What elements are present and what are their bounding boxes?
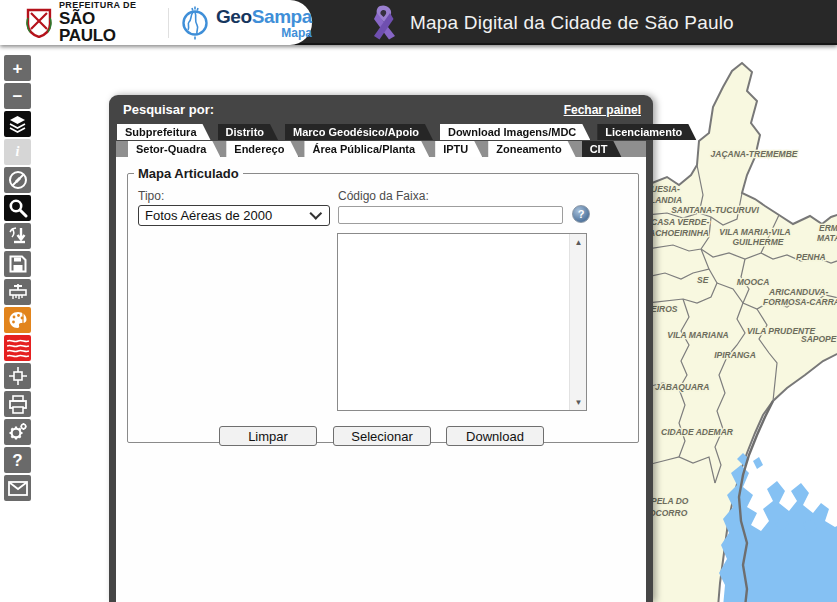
download-layer-button[interactable] <box>4 223 31 249</box>
svg-text:CASA VERDE-: CASA VERDE- <box>653 217 709 227</box>
scroll-down-icon[interactable]: ▼ <box>570 394 587 410</box>
help-ball-icon[interactable]: ? <box>572 205 590 223</box>
svg-text:OCORRO: OCORRO <box>653 508 688 518</box>
prefeitura-logo[interactable]: PREFEITURA DE SÃO PAULO <box>26 1 156 44</box>
logo-divider <box>168 8 169 38</box>
info-icon: i <box>16 145 20 159</box>
crosshair-button[interactable] <box>4 363 31 389</box>
close-panel-link[interactable]: Fechar painel <box>564 103 641 117</box>
codigo-da-faixa-input[interactable] <box>338 206 563 224</box>
panel-content: Mapa Articulado Tipo: Fotos Aéreas de 20… <box>116 157 646 602</box>
tab-cit[interactable]: CIT <box>582 141 622 157</box>
measure-icon <box>8 282 28 302</box>
listbox-scrollbar[interactable]: ▲ ▼ <box>569 234 586 410</box>
svg-text:ACHOEIRINHA: ACHOEIRINHA <box>653 228 709 238</box>
map-toolbar: + − i <box>4 55 31 503</box>
svg-text:VILA MARIA-VILA: VILA MARIA-VILA <box>719 227 790 237</box>
tabs-row-1: Subprefeitura Distrito Marco Geodésico/A… <box>116 124 646 140</box>
contact-button[interactable] <box>4 475 31 501</box>
palette-icon <box>8 310 28 330</box>
help-icon: ? <box>12 452 22 469</box>
zoom-out-button[interactable]: − <box>4 83 31 109</box>
fieldset-legend: Mapa Articulado <box>134 166 243 181</box>
prefeitura-shield-icon <box>26 8 52 38</box>
tipo-select-value: Fotos Aéreas de 2000 <box>145 208 272 223</box>
search-panel: Pesquisar por: Fechar painel Subprefeitu… <box>109 95 653 602</box>
svg-text:FORMOSA-CARRA: FORMOSA-CARRA <box>763 297 837 307</box>
chevron-down-icon <box>309 207 322 220</box>
contour-lines-button[interactable] <box>4 335 31 361</box>
download-layer-icon <box>8 226 28 246</box>
tab-download-imagens-mdc[interactable]: Download Imagens/MDC <box>440 124 590 140</box>
svg-text:PENHA: PENHA <box>796 252 826 262</box>
info-button[interactable]: i <box>4 139 31 165</box>
layers-icon <box>8 115 27 133</box>
zoom-out-icon: − <box>13 88 23 105</box>
zoom-in-button[interactable]: + <box>4 55 31 81</box>
tab-marco-geodesico[interactable]: Marco Geodésico/Apoio <box>285 124 433 140</box>
tabs-row-2: Setor-Quadra Endereço Área Pública/Plant… <box>116 141 646 157</box>
help-button[interactable]: ? <box>4 447 31 473</box>
search-panel-header: Pesquisar por: Fechar painel <box>109 95 653 124</box>
tab-licenciamento[interactable]: Licenciamento <box>597 124 696 140</box>
geosampa-app: JAÇANA-TREMEMBE UESIA- LANDIA SANTANA-TU… <box>0 0 837 602</box>
restricted-tool-button[interactable] <box>4 167 31 193</box>
svg-text:SE: SE <box>697 275 709 285</box>
print-icon <box>8 395 28 414</box>
svg-text:VILA MARIANA: VILA MARIANA <box>667 330 729 340</box>
awareness-ribbon-icon <box>366 4 402 46</box>
scroll-up-icon[interactable]: ▲ <box>570 234 587 250</box>
prefeitura-wordmark: PREFEITURA DE SÃO PAULO <box>59 1 156 44</box>
print-button[interactable] <box>4 391 31 417</box>
svg-text:LANDIA: LANDIA <box>653 195 682 205</box>
restricted-icon <box>8 170 28 190</box>
header: PREFEITURA DE SÃO PAULO GeoSampa Mapa <box>0 0 837 45</box>
page-title: Mapa Digital da Cidade de São Paulo <box>410 0 734 45</box>
tab-endereco[interactable]: Endereço <box>226 141 298 157</box>
faixa-listbox[interactable]: ▲ ▼ <box>337 233 587 411</box>
svg-text:ARICANDUVA-: ARICANDUVA- <box>768 287 829 297</box>
svg-text:MATA: MATA <box>817 233 837 243</box>
logo-area: PREFEITURA DE SÃO PAULO GeoSampa Mapa <box>0 0 312 45</box>
geosampa-globe-icon <box>179 5 211 41</box>
svg-text:CIDADE ADEMAR: CIDADE ADEMAR <box>661 427 734 437</box>
tipo-select[interactable]: Fotos Aéreas de 2000 <box>138 205 330 226</box>
layers-button[interactable] <box>4 111 31 137</box>
geosampa-wordmark: GeoSampa Mapa <box>216 7 312 39</box>
zoom-in-icon: + <box>13 60 23 77</box>
svg-text:SANTANA-TUCURUVI: SANTANA-TUCURUVI <box>671 205 759 215</box>
tab-subprefeitura[interactable]: Subprefeitura <box>117 124 211 140</box>
tab-setor-quadra[interactable]: Setor-Quadra <box>128 141 220 157</box>
tab-area-publica-planta[interactable]: Área Pública/Planta <box>304 141 429 157</box>
limpar-button[interactable]: Limpar <box>219 426 317 446</box>
tab-distrito[interactable]: Distrito <box>218 124 279 140</box>
measure-button[interactable] <box>4 279 31 305</box>
svg-text:MOOCA: MOOCA <box>737 277 770 287</box>
svg-text:SAPOPE: SAPOPE <box>801 334 837 344</box>
geosampa-sampa: Sampa <box>252 6 312 27</box>
palette-button[interactable] <box>4 307 31 333</box>
download-button[interactable]: Download <box>446 426 544 446</box>
prefeitura-line2: SÃO PAULO <box>59 10 156 44</box>
contour-lines-icon <box>7 338 29 358</box>
geosampa-mapa: Mapa <box>216 27 312 39</box>
save-button[interactable] <box>4 251 31 277</box>
svg-text:UESIA-: UESIA- <box>653 184 680 194</box>
svg-text:ERM: ERM <box>819 223 837 233</box>
crosshair-icon <box>8 366 28 386</box>
contact-icon <box>8 481 28 496</box>
water-body <box>719 453 837 602</box>
search-icon <box>8 198 28 218</box>
svg-text:GUILHERME: GUILHERME <box>733 237 784 247</box>
tab-zoneamento[interactable]: Zoneamento <box>488 141 575 157</box>
settings-button[interactable] <box>4 419 31 445</box>
search-button[interactable] <box>4 195 31 221</box>
geosampa-geo: Geo <box>216 6 252 27</box>
tab-iptu[interactable]: IPTU <box>435 141 482 157</box>
selecionar-button[interactable]: Selecionar <box>333 426 431 446</box>
mapa-articulado-fieldset: Mapa Articulado Tipo: Fotos Aéreas de 20… <box>127 166 639 443</box>
settings-icon <box>7 422 28 442</box>
geosampa-name: GeoSampa <box>216 7 312 26</box>
geosampa-logo[interactable]: GeoSampa Mapa <box>179 5 312 41</box>
svg-text:IPIRANGA: IPIRANGA <box>714 350 756 360</box>
